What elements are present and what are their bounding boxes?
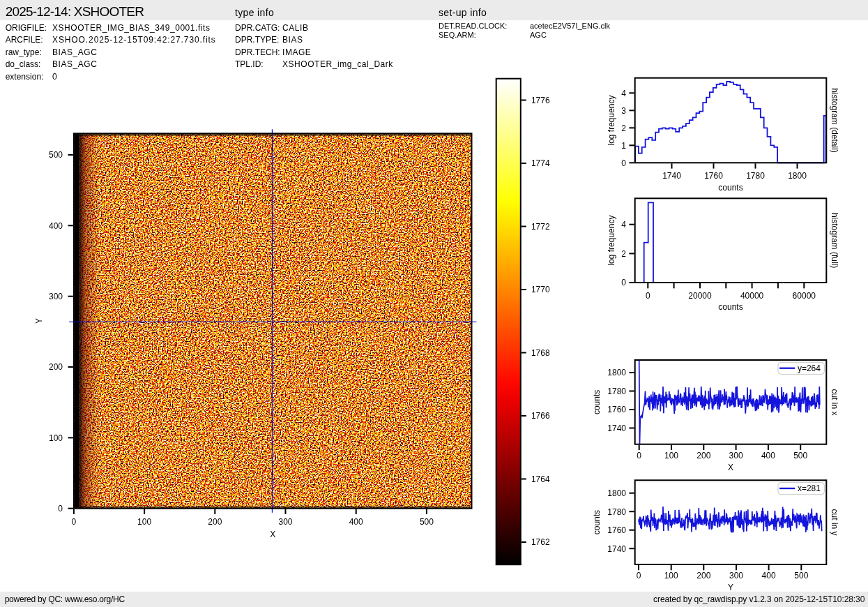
svg-text:1776: 1776	[531, 96, 550, 105]
svg-text:0: 0	[646, 291, 650, 301]
svg-text:X: X	[270, 530, 275, 539]
svg-text:400: 400	[349, 517, 363, 527]
svg-text:1772: 1772	[531, 222, 550, 232]
svg-text:counts: counts	[718, 302, 743, 312]
svg-text:300: 300	[729, 571, 743, 580]
svg-text:100: 100	[49, 433, 63, 443]
svg-text:0: 0	[621, 158, 626, 168]
svg-text:counts: counts	[592, 510, 602, 534]
svg-text:60000: 60000	[793, 291, 816, 301]
svg-text:1740: 1740	[607, 424, 626, 433]
svg-text:counts: counts	[592, 390, 602, 414]
svg-text:histogram (full): histogram (full)	[830, 213, 839, 268]
svg-text:1780: 1780	[746, 171, 765, 181]
svg-text:1740: 1740	[662, 171, 681, 181]
svg-text:4: 4	[621, 89, 626, 98]
svg-text:log frequency: log frequency	[607, 95, 616, 145]
svg-text:3: 3	[621, 106, 626, 116]
svg-text:1780: 1780	[607, 507, 626, 517]
svg-text:2: 2	[621, 123, 626, 133]
svg-text:0: 0	[637, 451, 641, 460]
svg-text:0: 0	[637, 571, 641, 580]
svg-text:1780: 1780	[607, 387, 626, 396]
svg-text:1740: 1740	[607, 544, 626, 554]
svg-text:500: 500	[793, 451, 807, 460]
svg-text:histogram (detail): histogram (detail)	[830, 88, 839, 153]
svg-text:x=281: x=281	[798, 484, 821, 493]
svg-text:500: 500	[794, 571, 808, 580]
svg-text:1762: 1762	[531, 537, 550, 547]
svg-text:100: 100	[664, 451, 678, 460]
svg-text:200: 200	[208, 517, 222, 527]
svg-text:100: 100	[137, 517, 151, 527]
svg-text:0: 0	[58, 504, 63, 514]
svg-text:500: 500	[49, 150, 63, 160]
svg-text:1770: 1770	[531, 285, 550, 294]
svg-text:log frequency: log frequency	[607, 216, 616, 266]
svg-text:300: 300	[729, 451, 743, 460]
svg-text:X: X	[728, 463, 733, 472]
svg-text:100: 100	[664, 571, 678, 580]
svg-text:400: 400	[761, 451, 775, 460]
svg-text:1: 1	[621, 141, 626, 151]
svg-text:0: 0	[72, 517, 77, 527]
svg-text:200: 200	[696, 451, 710, 460]
svg-text:500: 500	[420, 517, 434, 527]
svg-text:Y: Y	[728, 583, 733, 592]
svg-text:1800: 1800	[607, 368, 626, 377]
svg-text:400: 400	[762, 571, 776, 580]
svg-text:1768: 1768	[531, 348, 550, 358]
svg-text:1760: 1760	[607, 525, 626, 535]
svg-text:y=264: y=264	[798, 364, 821, 373]
svg-text:1760: 1760	[607, 405, 626, 414]
svg-text:cut in y: cut in y	[830, 509, 839, 536]
svg-text:1760: 1760	[704, 171, 723, 181]
svg-text:counts: counts	[718, 183, 743, 193]
svg-text:2: 2	[621, 249, 626, 259]
svg-text:1800: 1800	[607, 488, 626, 498]
svg-text:1766: 1766	[531, 411, 550, 421]
svg-text:0: 0	[621, 278, 626, 287]
svg-text:300: 300	[278, 517, 292, 527]
svg-text:20000: 20000	[688, 291, 712, 301]
svg-text:300: 300	[49, 292, 63, 301]
svg-text:1800: 1800	[788, 171, 807, 181]
svg-text:1764: 1764	[531, 474, 550, 484]
svg-text:200: 200	[49, 362, 63, 372]
svg-text:200: 200	[696, 571, 710, 580]
svg-text:40000: 40000	[740, 291, 764, 301]
svg-text:Y: Y	[34, 318, 44, 324]
svg-text:cut in x: cut in x	[830, 389, 839, 415]
svg-text:4: 4	[621, 220, 626, 230]
svg-text:400: 400	[49, 221, 63, 231]
svg-text:1774: 1774	[531, 158, 550, 168]
